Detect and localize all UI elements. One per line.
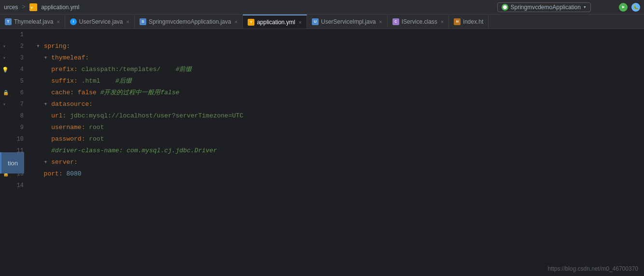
- line-num-8: 8: [0, 110, 31, 122]
- tab-close-iservice[interactable]: ×: [441, 19, 444, 25]
- dropdown-arrow: ▾: [583, 4, 587, 10]
- svg-text:Y: Y: [30, 6, 33, 10]
- comment-suffix: #后缀: [115, 75, 132, 87]
- tab-label-springmvcdemo: SpringmvcdemoApplication.java: [149, 18, 231, 25]
- tab-icon-springmvcdemo: S: [140, 18, 146, 25]
- key-username: username:: [51, 122, 85, 133]
- fold-icon-7: ▾: [44, 99, 52, 110]
- code-line-9: username: root: [36, 122, 644, 133]
- code-line-8: url: jdbc:mysql://localhost/user?serverT…: [36, 110, 644, 122]
- tab-close-userservice[interactable]: ×: [126, 19, 129, 25]
- tion-sidebar-label: tion: [0, 152, 24, 174]
- line-num-10: 10: [0, 133, 31, 145]
- top-bar: urces > Y application.yml SpringmvcdemoA…: [0, 0, 644, 15]
- tab-icon-indexhtml: H: [454, 18, 461, 25]
- val-prefix: classpath:/templates/: [82, 64, 161, 75]
- code-line-4: prefix: classpath:/templates/ #前缀: [36, 64, 644, 75]
- comment-cache: #开发的过程中一般用false: [100, 87, 180, 99]
- tab-icon-userservice: i: [70, 18, 77, 25]
- spring-icon: [502, 4, 508, 11]
- tab-close-springmvcdemo[interactable]: ×: [235, 19, 238, 25]
- key-prefix: prefix:: [51, 64, 78, 75]
- line-num-6: 🔒 6: [0, 87, 31, 99]
- line-num-4: 💡 4: [0, 64, 31, 75]
- code-line-7: ▾ datasource:: [36, 99, 644, 110]
- tab-close-thymeleaf[interactable]: ×: [56, 19, 59, 25]
- run-button[interactable]: ▶: [619, 3, 628, 12]
- val-username: root: [89, 122, 104, 133]
- editor-area: tion 1 ▾ 2 ▾ 3 💡 4: [0, 29, 644, 276]
- app-name-badge[interactable]: SpringmvcdemoApplication ▾: [497, 2, 591, 12]
- tab-close-appyml[interactable]: ×: [299, 19, 302, 25]
- watermark: https://blog.csdn.net/m0_46700370: [548, 265, 638, 272]
- tab-userservice[interactable]: i UserService.java ×: [65, 15, 135, 29]
- breadcrumb-filename: application.yml: [41, 4, 79, 11]
- key-password: password:: [51, 133, 85, 145]
- code-line-14: [36, 180, 644, 191]
- line-num-3: ▾ 3: [0, 52, 31, 64]
- key-suffix: suffix:: [51, 75, 78, 87]
- tab-label-indexhtml: index.ht: [463, 18, 483, 25]
- tab-indexhtml[interactable]: H index.ht: [449, 15, 489, 29]
- code-line-2: ▾ spring:: [36, 41, 644, 52]
- breadcrumb-separator: >: [22, 3, 26, 11]
- tab-label-thymeleaf: Thymeleaf.java: [14, 18, 53, 25]
- key-spring: spring:: [44, 41, 70, 52]
- line-lock-6: 🔒: [3, 90, 9, 96]
- val-port: 8080: [66, 168, 81, 180]
- code-line-1: [36, 29, 644, 41]
- editor-content: 1 ▾ 2 ▾ 3 💡 4 5 🔒 6: [0, 29, 644, 276]
- tab-close-userserviceimpl[interactable]: ×: [379, 19, 382, 25]
- app-name-label: SpringmvcdemoApplication: [511, 4, 581, 11]
- fold-icon-3: ▾: [44, 52, 52, 64]
- key-thymeleaf: thymeleaf:: [51, 52, 89, 64]
- code-line-3: ▾ thymeleaf:: [36, 52, 644, 64]
- tion-text: tion: [8, 160, 18, 167]
- line-num-5: 5: [0, 75, 31, 87]
- file-icon-yaml: Y: [29, 3, 37, 11]
- key-datasource: datasource:: [51, 99, 93, 110]
- line-bulb-4: 💡: [2, 67, 9, 73]
- tab-icon-appyml: Y: [248, 19, 254, 26]
- debug-button[interactable]: 🐛: [631, 3, 640, 12]
- code-line-5: suffix: .html #后缀: [36, 75, 644, 87]
- line-fold-2: ▾: [3, 44, 6, 49]
- line-num-2: ▾ 2: [0, 41, 31, 52]
- val-password: root: [89, 133, 104, 145]
- val-url: jdbc:mysql://localhost/user?serverTimezo…: [70, 110, 243, 122]
- tab-userserviceimpl[interactable]: U UserServiceImpl.java ×: [307, 15, 388, 29]
- code-line-10: password: root: [36, 133, 644, 145]
- line-fold-3: ▾: [3, 55, 6, 61]
- tab-icon-thymeleaf: T: [5, 18, 12, 25]
- breadcrumb-path: urces: [4, 4, 18, 11]
- tabs-bar: T Thymeleaf.java × i UserService.java × …: [0, 15, 644, 29]
- line-num-1: 1: [0, 29, 31, 41]
- code-line-12: ▾ server:: [36, 157, 644, 168]
- line-fold-7: ▾: [3, 102, 6, 107]
- val-cache: false: [78, 87, 97, 99]
- fold-icon-2: ▾: [36, 41, 44, 52]
- code-line-6: cache: false #开发的过程中一般用false: [36, 87, 644, 99]
- line-num-7: ▾ 7: [0, 99, 31, 110]
- tab-label-iservice: IService.class: [402, 18, 437, 25]
- tab-icon-userserviceimpl: U: [312, 18, 319, 25]
- tab-springmvcdemo[interactable]: S SpringmvcdemoApplication.java ×: [135, 15, 243, 29]
- key-server: server:: [51, 157, 78, 168]
- code-line-11: #driver-class-name: com.mysql.cj.jdbc.Dr…: [36, 145, 644, 157]
- tab-iservice[interactable]: C IService.class ×: [388, 15, 449, 29]
- tab-icon-iservice: C: [392, 18, 399, 25]
- tab-label-appyml: application.yml: [257, 19, 295, 26]
- tab-appyml[interactable]: Y application.yml ×: [243, 15, 307, 29]
- tab-label-userservice: UserService.java: [79, 18, 123, 25]
- line-num-14: 14: [0, 180, 31, 191]
- comment-driver: #driver-class-name: com.mysql.cj.jdbc.Dr…: [51, 145, 217, 157]
- fold-icon-12: ▾: [44, 157, 52, 168]
- val-suffix: .html: [82, 75, 100, 87]
- key-url: url:: [51, 110, 66, 122]
- code-line-13: port: 8080: [36, 168, 644, 180]
- tab-thymeleaf[interactable]: T Thymeleaf.java ×: [0, 15, 65, 29]
- tab-label-userserviceimpl: UserServiceImpl.java: [321, 18, 376, 25]
- code-column: ▾ spring: ▾ thymeleaf: prefix: classpath…: [31, 29, 644, 276]
- comment-prefix: #前缀: [176, 64, 192, 75]
- line-num-9: 9: [0, 122, 31, 133]
